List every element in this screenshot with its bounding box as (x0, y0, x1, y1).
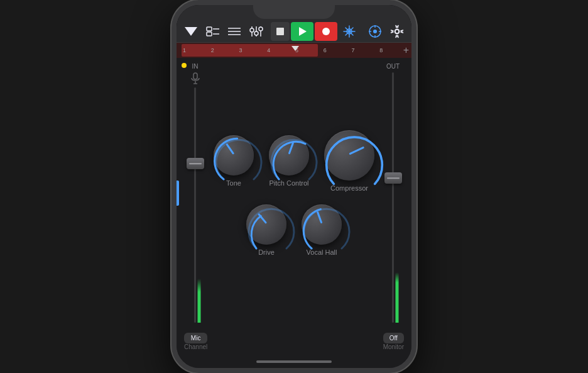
play-icon (299, 27, 307, 36)
channel-strip-right: OUT (374, 58, 411, 328)
svg-point-16 (373, 30, 377, 33)
ruler-bar-8: 8 (378, 47, 406, 53)
vocal-hall-knob-container: Vocal Hall (302, 204, 342, 256)
monitor-off: Off (389, 335, 398, 342)
mic-channel-label[interactable]: Mic (184, 333, 207, 343)
knobs-area: Tone Pitch Control (214, 58, 374, 328)
ruler-bar-6: 6 (322, 47, 351, 53)
timeline-ruler[interactable]: 1 2 3 4 5 6 7 8 + (177, 43, 411, 58)
home-bar (256, 360, 332, 363)
main-content: IN (177, 58, 411, 328)
knobs-row-1: Tone Pitch Control (214, 130, 374, 192)
in-label: IN (192, 63, 199, 70)
svg-rect-24 (193, 73, 197, 79)
knobs-row-2: Drive Vocal Hall (246, 204, 342, 256)
in-fader-area (179, 87, 211, 323)
svg-point-11 (250, 28, 254, 32)
tone-arc (209, 130, 269, 191)
phone-frame: 1 2 3 4 5 6 7 8 + IN (172, 0, 416, 373)
ruler-bar-5: 5 (294, 47, 322, 53)
mic-icon (190, 72, 200, 85)
record-button[interactable] (315, 22, 337, 41)
tuner-button[interactable] (340, 22, 358, 41)
ruler-bar-4: 4 (266, 47, 294, 53)
vocal-hall-knob[interactable] (302, 204, 342, 245)
ruler-bar-2: 2 (210, 47, 238, 53)
ruler-bar-1: 1 (182, 47, 210, 53)
svg-marker-0 (185, 27, 197, 36)
play-button[interactable] (291, 22, 313, 41)
in-fader-knob[interactable] (187, 158, 204, 169)
out-label: OUT (386, 63, 400, 70)
pitch-control-knob-container: Pitch Control (269, 135, 309, 187)
out-fader-track (392, 72, 394, 323)
monitor-label: Monitor (383, 343, 404, 350)
smart-controls-button[interactable] (366, 21, 385, 42)
svg-rect-1 (207, 27, 212, 31)
tone-knob-container: Tone (214, 135, 254, 187)
svg-point-13 (259, 27, 263, 31)
ruler-bar-7: 7 (351, 47, 379, 53)
monitor-selector[interactable]: Off Monitor (383, 333, 404, 350)
track-view-icon[interactable] (204, 21, 223, 42)
drive-arc (241, 199, 302, 260)
svg-rect-2 (207, 32, 212, 36)
bottom-strip: Mic Channel Off Monitor (177, 328, 411, 355)
stop-icon (276, 28, 284, 35)
out-fader-knob[interactable] (384, 172, 402, 184)
screen: 1 2 3 4 5 6 7 8 + IN (177, 5, 411, 368)
home-indicator (177, 355, 411, 368)
compressor-knob-container: Compressor (324, 130, 374, 192)
compressor-knob[interactable] (324, 130, 374, 181)
playhead-icon (291, 46, 299, 51)
notch (253, 5, 335, 19)
channel-strip-left: IN (177, 58, 214, 328)
vocal-hall-arc (297, 199, 357, 260)
out-fader-area (377, 72, 409, 323)
dropdown-button[interactable] (182, 21, 201, 42)
add-section-button[interactable]: + (403, 45, 409, 56)
mic-label: Mic (191, 335, 201, 342)
in-fader-track (194, 87, 196, 323)
record-icon (322, 28, 330, 35)
channel-label: Channel (184, 343, 207, 350)
ruler-bar-3: 3 (238, 47, 266, 53)
in-meter (197, 279, 200, 323)
list-view-icon[interactable] (225, 21, 244, 42)
mic-channel-selector[interactable]: Mic Channel (184, 333, 207, 350)
tone-knob[interactable] (214, 135, 254, 175)
settings-button[interactable] (387, 21, 406, 42)
drive-knob-container: Drive (246, 204, 286, 256)
mixer-icon[interactable] (247, 21, 266, 42)
stop-button[interactable] (271, 22, 290, 41)
svg-point-12 (254, 31, 258, 35)
pitch-control-knob[interactable] (269, 135, 309, 175)
out-meter (395, 272, 398, 323)
drive-knob[interactable] (246, 204, 286, 245)
svg-point-23 (395, 30, 399, 33)
monitor-off-label[interactable]: Off (383, 333, 404, 343)
pitch-arc (264, 130, 324, 191)
ruler-inner: 1 2 3 4 5 6 7 8 (182, 47, 406, 53)
transport-group (271, 22, 337, 41)
